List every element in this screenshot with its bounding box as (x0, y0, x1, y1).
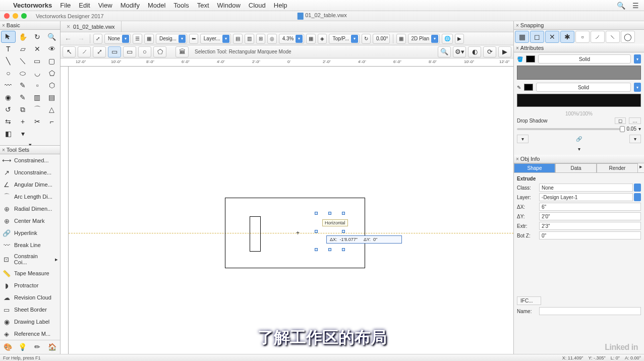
toolset-tab-3[interactable]: ✏ (31, 341, 44, 352)
look-at-button[interactable]: ◎ (267, 34, 277, 44)
toolset-revcloud[interactable]: ☁Revision Cloud (0, 291, 60, 304)
tab-render[interactable]: Render (597, 163, 638, 172)
close-icon[interactable]: × (516, 156, 519, 162)
mode-marquee-button[interactable]: ▭ (108, 46, 121, 57)
double-line-tool[interactable]: ＼ (16, 55, 30, 67)
dy-field[interactable]: 2'0" (539, 212, 641, 220)
snap-intersect-button[interactable]: ✱ (560, 31, 574, 43)
regular-poly-tool[interactable]: ⬡ (44, 79, 59, 91)
mode-2-button[interactable]: ⟋ (78, 46, 91, 57)
mode-1-button[interactable]: ↖ (63, 46, 76, 57)
toolset-unconstrained[interactable]: ↗Unconstraine... (0, 166, 60, 178)
tab-close-icon[interactable]: × (67, 23, 70, 30)
menu-help[interactable]: Help (274, 2, 287, 9)
menu-cloud[interactable]: Cloud (249, 2, 266, 9)
fill-icon[interactable]: 🪣 (517, 56, 523, 62)
sel-handle[interactable] (315, 230, 318, 233)
class-vis-button[interactable]: ▦ (144, 34, 154, 44)
opacity-slider[interactable]: 0.05 ▾ (517, 126, 641, 132)
snap-tangent-button[interactable]: ◯ (621, 31, 635, 43)
chevron-down-icon[interactable] (634, 184, 641, 192)
rotate-tool[interactable]: ↺ (1, 103, 16, 115)
rounded-rect-tool[interactable]: ▢ (44, 55, 59, 67)
name-field[interactable] (539, 307, 641, 315)
pen-icon[interactable]: ✎ (517, 85, 521, 90)
sel-handle[interactable] (342, 230, 345, 233)
fillet-tool[interactable]: ⌒ (30, 103, 45, 115)
menu-model[interactable]: Model (148, 2, 165, 9)
tab-data[interactable]: Data (555, 163, 597, 172)
close-icon[interactable]: × (2, 147, 5, 153)
menu-view[interactable]: View (98, 2, 112, 9)
design-layer-select[interactable]: Desig...▾ (156, 34, 187, 44)
offset-tool[interactable]: ⇆ (1, 115, 16, 128)
marker-end-button[interactable]: ▾ (629, 135, 641, 143)
sel-handle[interactable] (342, 248, 345, 251)
close-icon[interactable]: × (516, 23, 519, 28)
ifc-button[interactable]: IFC... (517, 296, 541, 305)
selected-object[interactable] (316, 213, 343, 250)
app-name[interactable]: Vectorworks (13, 2, 52, 9)
toolset-tab-4[interactable]: 🏠 (45, 341, 59, 352)
toolset-tab-1[interactable]: 🎨 (1, 341, 15, 352)
mode-6-button[interactable]: ○ (138, 46, 151, 57)
pan-tool[interactable]: ✋ (16, 31, 30, 43)
pen-color-swatch[interactable] (524, 84, 533, 91)
layer-select[interactable]: Layer...▾ (200, 34, 231, 44)
mode-wall-button[interactable]: 🏛 (175, 46, 189, 57)
chevron-down-icon[interactable]: ▾ (634, 54, 641, 64)
mirror-tool[interactable]: ⧉ (16, 103, 30, 115)
plane-button[interactable]: ◈ (318, 34, 327, 44)
settings-button[interactable]: ⚙▾ (453, 46, 466, 57)
polyline-tool[interactable]: 〰 (1, 79, 16, 91)
zoom-tool[interactable]: 🔍 (44, 31, 59, 43)
line-preview[interactable] (517, 94, 641, 107)
toolset-arclength[interactable]: ⌒Arc Length Di... (0, 191, 60, 203)
class-select[interactable]: None▾ (104, 34, 131, 44)
toolset-tab-2[interactable]: 💡 (16, 341, 29, 352)
toolset-tape[interactable]: 📏Tape Measure (0, 267, 60, 279)
line-type-select[interactable]: Solid (536, 83, 631, 92)
snap-smart-button[interactable]: ▫ (575, 31, 590, 43)
close-icon[interactable]: × (516, 45, 519, 51)
toolset-protractor[interactable]: ◗Protractor (0, 279, 60, 291)
back-button[interactable]: ← (63, 35, 74, 43)
marker-start-button[interactable]: ▾ (517, 135, 529, 143)
next-view-button[interactable]: ▶ (455, 34, 464, 44)
xray-button[interactable]: 🔍 (438, 46, 451, 57)
sel-handle[interactable] (315, 212, 318, 215)
sel-handle[interactable] (328, 212, 331, 215)
tab-shape[interactable]: Shape (514, 163, 555, 172)
mode-3-button[interactable]: ⤢ (93, 46, 106, 57)
menu-text[interactable]: Text (197, 2, 209, 9)
arc-tool[interactable]: ◡ (30, 67, 45, 79)
zoom-window-button[interactable] (21, 13, 27, 19)
text-tool[interactable]: T (1, 43, 16, 55)
toolset-radial[interactable]: ⊕Radial Dimen... (0, 203, 60, 215)
oval-tool[interactable]: ⬭ (16, 67, 30, 79)
class-field[interactable]: None (539, 184, 633, 192)
fill-preview[interactable] (517, 66, 641, 80)
botz-field[interactable]: 0" (539, 231, 641, 239)
layer-options-button[interactable]: ⬅ (189, 34, 198, 44)
chevron-down-icon[interactable] (634, 193, 641, 201)
document-tab[interactable]: ×01_02_table.vwx (61, 21, 122, 32)
polygon-tool[interactable]: ⬠ (44, 67, 59, 79)
shadow-settings-button[interactable]: … (629, 117, 641, 124)
rotate-view-button[interactable]: ↻ (362, 34, 371, 44)
toolset-drawinglabel[interactable]: ◉Drawing Label (0, 316, 60, 328)
chamfer-tool[interactable]: △ (44, 103, 59, 115)
wall-tool[interactable]: ▥ (30, 91, 45, 103)
vis-button[interactable]: ▥ (245, 34, 254, 44)
selection-tool[interactable] (1, 31, 16, 43)
connect-tool[interactable]: ⌐ (44, 115, 59, 128)
eyedropper-tool[interactable]: ✎ (16, 91, 30, 103)
reshape-tool[interactable]: ▱ (16, 43, 30, 55)
menu-edit[interactable]: Edit (79, 2, 90, 9)
close-window-button[interactable] (4, 13, 10, 19)
pref-3-button[interactable]: ▶ (498, 46, 511, 57)
sel-handle[interactable] (328, 248, 331, 251)
visibility-tool[interactable]: 👁 (44, 43, 59, 55)
toolset-hyperlink[interactable]: 🔗Hyperlink (0, 227, 60, 239)
unified-view-button[interactable]: ▦ (396, 34, 406, 44)
